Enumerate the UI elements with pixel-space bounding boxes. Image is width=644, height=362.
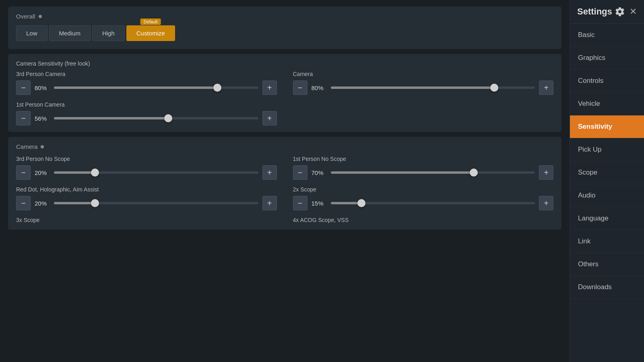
preset-btn-low[interactable]: Low	[16, 25, 47, 41]
sidebar-item-others[interactable]: Others	[570, 253, 644, 276]
preset-btn-customize[interactable]: DefaultCustomize	[126, 25, 175, 41]
sidebar-item-audio[interactable]: Audio	[570, 184, 644, 207]
sidebar-items: BasicGraphicsControlsVehicleSensitivityP…	[570, 24, 644, 299]
slider-row-3rd-person: − 80% +	[16, 80, 277, 95]
sidebar-item-sensitivity[interactable]: Sensitivity	[570, 115, 644, 138]
slider-thumb-1st_no_scope[interactable]	[470, 169, 478, 177]
slider-decrease-camera-right[interactable]: −	[293, 80, 308, 95]
slider-decrease-1st_no_scope[interactable]: −	[293, 165, 308, 180]
sidebar: Settings ✕ BasicGraphicsControlsVehicleS…	[570, 0, 644, 362]
slider-group-3x_scope: 3x Scope	[16, 217, 277, 223]
slider-fill-camera-right	[331, 86, 494, 89]
sidebar-item-vehicle[interactable]: Vehicle	[570, 93, 644, 115]
slider-fill-3rd-person	[54, 86, 217, 89]
slider-label-1st-person: 1st Person Camera	[16, 101, 277, 108]
slider-group-4x_acog: 4x ACOG Scope, VSS	[293, 217, 554, 223]
slider-label-camera-right: Camera	[293, 71, 554, 77]
slider-thumb-2x_scope[interactable]	[357, 199, 365, 207]
slider-increase-1st-person[interactable]: +	[262, 111, 277, 125]
overall-dot-icon	[39, 15, 42, 18]
overall-label: Overall	[16, 13, 35, 20]
slider-decrease-3rd-person[interactable]: −	[16, 80, 31, 95]
gear-icon	[615, 6, 625, 17]
slider-group-3rd-person: 3rd Person Camera − 80% +	[16, 71, 277, 95]
camera-panel-title: Camera	[16, 143, 553, 150]
slider-decrease-1st-person[interactable]: −	[16, 111, 31, 125]
preset-btn-medium[interactable]: Medium	[49, 25, 91, 41]
slider-thumb-camera-right[interactable]	[490, 84, 498, 92]
settings-title: Settings	[577, 6, 612, 17]
slider-group-2x_scope: 2x Scope−15%+	[293, 186, 554, 210]
slider-increase-1st_no_scope[interactable]: +	[539, 165, 553, 180]
slider-label-1st_no_scope: 1st Person No Scope	[293, 156, 554, 162]
slider-thumb-3rd_no_scope[interactable]	[91, 169, 99, 177]
slider-group-3rd_no_scope: 3rd Person No Scope−20%+	[16, 156, 277, 180]
slider-increase-2x_scope[interactable]: +	[539, 196, 553, 210]
slider-group-1st_no_scope: 1st Person No Scope−70%+	[293, 156, 554, 180]
sidebar-item-graphics[interactable]: Graphics	[570, 47, 644, 70]
slider-value-1st_no_scope: 70%	[312, 169, 327, 176]
slider-label-4x_acog: 4x ACOG Scope, VSS	[293, 217, 554, 223]
sidebar-header: Settings ✕	[570, 0, 644, 24]
slider-label-3rd-person: 3rd Person Camera	[16, 71, 277, 77]
empty-cell	[293, 101, 554, 125]
overall-panel: Overall LowMediumHighDefaultCustomize	[8, 6, 561, 49]
close-icon[interactable]: ✕	[630, 6, 637, 17]
slider-fill-1st_no_scope	[331, 171, 474, 174]
camera-sensitivity-grid: 3rd Person Camera − 80% + Camera − 80%	[16, 71, 553, 125]
preset-row: LowMediumHighDefaultCustomize	[16, 25, 553, 41]
slider-fill-red_dot	[54, 202, 95, 204]
slider-track-3rd-person[interactable]	[54, 86, 258, 89]
camera-sliders-grid: 3rd Person No Scope−20%+1st Person No Sc…	[16, 156, 553, 223]
slider-row-1st-person: − 56% +	[16, 111, 277, 125]
slider-track-3rd_no_scope[interactable]	[54, 171, 258, 174]
camera-panel-label: Camera	[16, 143, 37, 150]
sidebar-item-language[interactable]: Language	[570, 207, 644, 230]
camera-dot-icon	[41, 145, 44, 148]
slider-increase-3rd_no_scope[interactable]: +	[262, 165, 277, 180]
slider-increase-red_dot[interactable]: +	[262, 196, 277, 210]
slider-decrease-2x_scope[interactable]: −	[293, 196, 308, 210]
slider-value-3rd-person: 80%	[35, 84, 50, 91]
slider-track-2x_scope[interactable]	[331, 202, 535, 204]
slider-track-1st_no_scope[interactable]	[331, 171, 535, 174]
camera-sensitivity-title: Camera Sensitivity (free look)	[16, 60, 553, 67]
default-badge: Default	[140, 19, 161, 25]
sidebar-item-link[interactable]: Link	[570, 230, 644, 253]
slider-fill-2x_scope	[331, 202, 361, 204]
slider-value-2x_scope: 15%	[312, 200, 327, 207]
sidebar-item-basic[interactable]: Basic	[570, 24, 644, 47]
slider-label-red_dot: Red Dot, Holographic, Aim Assist	[16, 186, 277, 193]
slider-thumb-red_dot[interactable]	[91, 199, 99, 207]
slider-fill-1st-person	[54, 117, 168, 119]
slider-thumb-1st-person[interactable]	[164, 114, 172, 122]
slider-row-3rd_no_scope: −20%+	[16, 165, 277, 180]
slider-row-camera-right: − 80% +	[293, 80, 554, 95]
slider-value-3rd_no_scope: 20%	[35, 169, 50, 176]
slider-row-1st_no_scope: −70%+	[293, 165, 554, 180]
slider-track-1st-person[interactable]	[54, 117, 258, 119]
slider-track-red_dot[interactable]	[54, 202, 258, 204]
sidebar-item-pickup[interactable]: Pick Up	[570, 138, 644, 161]
slider-group-1st-person: 1st Person Camera − 56% +	[16, 101, 277, 125]
sidebar-item-controls[interactable]: Controls	[570, 70, 644, 93]
main-content: Overall LowMediumHighDefaultCustomize Ca…	[0, 0, 570, 362]
slider-thumb-3rd-person[interactable]	[213, 84, 221, 92]
sidebar-item-downloads[interactable]: Downloads	[570, 276, 644, 299]
slider-value-camera-right: 80%	[312, 84, 327, 91]
slider-increase-camera-right[interactable]: +	[539, 80, 553, 95]
slider-row-red_dot: −20%+	[16, 196, 277, 210]
slider-value-1st-person: 56%	[35, 115, 50, 122]
slider-increase-3rd-person[interactable]: +	[262, 80, 277, 95]
slider-decrease-3rd_no_scope[interactable]: −	[16, 165, 31, 180]
slider-fill-3rd_no_scope	[54, 171, 95, 174]
slider-decrease-red_dot[interactable]: −	[16, 196, 31, 210]
camera-sensitivity-panel: Camera Sensitivity (free look) 3rd Perso…	[8, 54, 561, 132]
slider-label-3rd_no_scope: 3rd Person No Scope	[16, 156, 277, 162]
slider-label-2x_scope: 2x Scope	[293, 186, 554, 193]
sidebar-item-scope[interactable]: Scope	[570, 161, 644, 184]
slider-track-camera-right[interactable]	[331, 86, 535, 89]
overall-title: Overall	[16, 13, 553, 20]
preset-btn-high[interactable]: High	[92, 25, 125, 41]
slider-group-camera-right: Camera − 80% +	[293, 71, 554, 95]
